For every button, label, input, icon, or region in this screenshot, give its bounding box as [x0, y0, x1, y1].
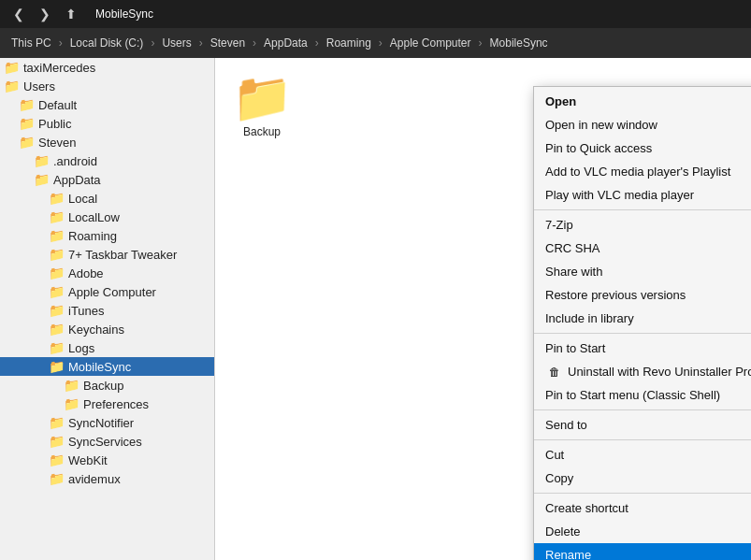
- ctx-item-pin-to-quick-access[interactable]: Pin to Quick access: [534, 136, 751, 160]
- folder-icon: 📁: [49, 191, 65, 206]
- ctx-item-label: Pin to Quick access: [545, 141, 652, 155]
- ctx-item-rename[interactable]: Rename: [534, 543, 751, 560]
- tree-item-label: Backup: [83, 379, 123, 393]
- breadcrumb-item-1[interactable]: Local Disk (C:): [65, 33, 150, 53]
- tree-item-steven[interactable]: 📁Steven: [0, 133, 214, 151]
- ctx-item-share-with[interactable]: Share with›: [534, 260, 751, 283]
- ctx-item-pin-to-start-menu-classic-shell[interactable]: Pin to Start menu (Classic Shell): [534, 383, 751, 407]
- revo-icon: 🗑: [545, 366, 564, 379]
- tree-item-label: MobileSync: [68, 360, 131, 374]
- tree-item-appdata[interactable]: 📁AppData: [0, 170, 214, 189]
- ctx-item-delete[interactable]: Delete: [534, 520, 751, 543]
- ctx-divider: [534, 439, 751, 440]
- ctx-item-label: Play with VLC media player: [545, 188, 694, 202]
- breadcrumb-item-2[interactable]: Users: [156, 33, 196, 53]
- ctx-item-create-shortcut[interactable]: Create shortcut: [534, 496, 751, 520]
- tree-item-label: Logs: [68, 341, 94, 355]
- ctx-item-play-with-vlc-media-player[interactable]: Play with VLC media player: [534, 183, 751, 207]
- tree-item-label: Public: [38, 117, 71, 131]
- ctx-item-label: Delete: [545, 524, 581, 538]
- breadcrumb-item-4[interactable]: AppData: [258, 33, 313, 53]
- breadcrumb-separator: ›: [313, 36, 321, 50]
- ctx-item-cut[interactable]: Cut: [534, 443, 751, 467]
- tree-item-backup[interactable]: 📁Backup: [0, 376, 214, 395]
- breadcrumb-separator: ›: [251, 36, 258, 50]
- folder-icon: 📁: [49, 303, 65, 318]
- tree-item-default[interactable]: 📁Default: [0, 95, 214, 114]
- ctx-item-label: Cut: [545, 448, 564, 462]
- back-button[interactable]: ❮: [7, 0, 30, 28]
- tree-item-local[interactable]: 📁Local: [0, 189, 214, 208]
- tree-item-.android[interactable]: 📁.android: [0, 151, 214, 170]
- breadcrumb-separator: ›: [57, 36, 65, 50]
- ctx-item-restore-previous-versions[interactable]: Restore previous versions: [534, 283, 751, 307]
- address-bar: This PC›Local Disk (C:)›Users›Steven›App…: [0, 28, 751, 58]
- tree-item-label: iTunes: [68, 304, 105, 318]
- folder-icon: 📁: [4, 79, 20, 93]
- ctx-item-pin-to-start[interactable]: Pin to Start: [534, 337, 751, 360]
- ctx-item-uninstall-with-revo-uninstaller-pro[interactable]: 🗑Uninstall with Revo Uninstaller Pro: [534, 360, 751, 383]
- ctx-item-label: Pin to Start: [545, 341, 605, 355]
- tree-item-label: WebKit: [68, 453, 108, 467]
- left-panel: 📁taxiMercedes📁Users📁Default📁Public📁Steve…: [0, 58, 215, 560]
- tree-item-avidemux[interactable]: 📁avidemux: [0, 469, 214, 488]
- tree-item-locallow[interactable]: 📁LocalLow: [0, 208, 214, 226]
- tree-item-keychains[interactable]: 📁Keychains: [0, 320, 214, 338]
- ctx-item-label: Create shortcut: [545, 501, 628, 515]
- ctx-item-label: Open in new window: [545, 118, 657, 132]
- tree-item-label: Default: [38, 98, 77, 112]
- ctx-item-7-zip[interactable]: 7-Zip›: [534, 213, 751, 237]
- ctx-item-open[interactable]: Open: [534, 90, 751, 113]
- tree-item-label: .android: [53, 154, 97, 168]
- breadcrumb-item-0[interactable]: This PC: [6, 33, 57, 53]
- breadcrumb-item-3[interactable]: Steven: [205, 33, 251, 53]
- folder-icon: 📁: [49, 266, 65, 280]
- ctx-item-crc-sha[interactable]: CRC SHA›: [534, 237, 751, 260]
- tree-item-preferences[interactable]: 📁Preferences: [0, 395, 214, 413]
- ctx-item-label: 7-Zip: [545, 218, 573, 232]
- tree-item-roaming[interactable]: 📁Roaming: [0, 226, 214, 245]
- tree-item-logs[interactable]: 📁Logs: [0, 338, 214, 357]
- tree-item-mobilesync[interactable]: 📁MobileSync: [0, 357, 214, 376]
- tree-item-adobe[interactable]: 📁Adobe: [0, 264, 214, 282]
- tree-item-label: Steven: [38, 136, 76, 150]
- tree-item-label: Adobe: [68, 266, 104, 280]
- folder-icon: 📁: [49, 452, 65, 467]
- tree-item-taximercedes[interactable]: 📁taxiMercedes: [0, 58, 214, 77]
- ctx-divider: [534, 333, 751, 334]
- tree-item-apple-computer[interactable]: 📁Apple Computer: [0, 282, 214, 301]
- tree-item-syncservices[interactable]: 📁SyncServices: [0, 432, 214, 451]
- tree-item-itunes[interactable]: 📁iTunes: [0, 301, 214, 320]
- folder-icon: 📁: [19, 116, 35, 131]
- tree-item-label: taxiMercedes: [23, 61, 95, 75]
- ctx-item-label: Uninstall with Revo Uninstaller Pro: [568, 365, 751, 379]
- tree-item-label: LocalLow: [68, 210, 120, 224]
- ctx-divider: [534, 493, 751, 494]
- ctx-item-open-in-new-window[interactable]: Open in new window: [534, 113, 751, 136]
- folder-icon: 📁: [49, 284, 65, 299]
- tree-item-syncnotifier[interactable]: 📁SyncNotifier: [0, 413, 214, 432]
- breadcrumb-item-7[interactable]: MobileSync: [484, 33, 554, 53]
- ctx-item-label: Pin to Start menu (Classic Shell): [545, 388, 720, 402]
- tree-item-public[interactable]: 📁Public: [0, 114, 214, 133]
- ctx-item-include-in-library[interactable]: Include in library›: [534, 307, 751, 330]
- ctx-item-send-to[interactable]: Send to›: [534, 413, 751, 437]
- tree-item-label: avidemux: [68, 472, 121, 486]
- ctx-item-label: Copy: [545, 471, 573, 485]
- tree-item-webkit[interactable]: 📁WebKit: [0, 451, 214, 469]
- breadcrumb-item-5[interactable]: Roaming: [321, 33, 377, 53]
- tree-item-label: Roaming: [68, 229, 117, 243]
- forward-button[interactable]: ❯: [34, 0, 56, 28]
- tree-item-7+-taskbar-tweaker[interactable]: 📁7+ Taskbar Tweaker: [0, 245, 214, 264]
- up-button[interactable]: ⬆: [60, 0, 82, 28]
- folder-icon: 📁: [49, 322, 65, 337]
- breadcrumb-item-6[interactable]: Apple Computer: [384, 33, 477, 53]
- ctx-item-add-to-vlc-media-players-playlist[interactable]: Add to VLC media player's Playlist: [534, 160, 751, 183]
- ctx-item-copy[interactable]: Copy: [534, 467, 751, 490]
- folder-item-backup[interactable]: 📁Backup: [224, 67, 299, 144]
- breadcrumb-separator: ›: [477, 36, 484, 50]
- tree-item-users[interactable]: 📁Users: [0, 77, 214, 95]
- tree-item-label: SyncNotifier: [68, 416, 134, 430]
- folder-icon: 📁: [64, 396, 79, 411]
- tree-item-label: 7+ Taskbar Tweaker: [68, 248, 177, 262]
